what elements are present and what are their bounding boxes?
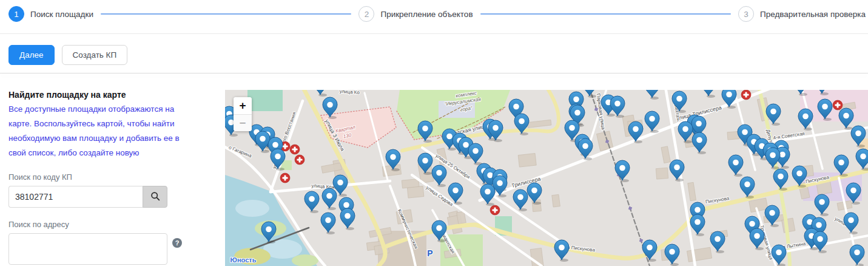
stepper-connector: [101, 13, 351, 15]
map-red-marker[interactable]: [295, 155, 304, 165]
code-search-label: Поиск по коду КП: [8, 172, 190, 182]
step-2-label: Прикрепление объектов: [380, 10, 473, 19]
zoom-in-button[interactable]: +: [234, 97, 252, 114]
map-building: [518, 153, 536, 167]
map-street-label: Юность: [230, 256, 257, 264]
search-icon: [150, 191, 160, 203]
map-building: [407, 186, 423, 198]
search-sidebar: Найдите площадку на карте Все доступные …: [8, 86, 190, 266]
create-kp-button[interactable]: Создать КП: [62, 45, 128, 65]
sidebar-description: Все доступные площадки отображаются на к…: [8, 102, 188, 160]
zoom-out-button[interactable]: −: [234, 114, 252, 131]
wizard-stepper: 1 Поиск площадки 2 Прикрепление объектов…: [8, 6, 866, 22]
step-3-number: 3: [738, 6, 754, 22]
map-red-marker[interactable]: [490, 205, 500, 215]
map-red-marker[interactable]: [290, 145, 300, 154]
code-search-button[interactable]: [143, 186, 167, 208]
step-2[interactable]: 2 Прикрепление объектов: [358, 6, 473, 22]
sidebar-heading: Найдите площадку на карте: [8, 90, 190, 100]
map-building: [402, 179, 419, 188]
map-red-marker[interactable]: [833, 100, 843, 110]
map-area-water-shallow: [235, 200, 269, 217]
step-1[interactable]: 1 Поиск площадки: [8, 6, 93, 22]
map-zoom-control: + −: [234, 97, 252, 131]
next-button[interactable]: Далее: [8, 45, 55, 65]
map-canvas[interactable]: улица Красного Восстанияо Гагаринаулица …: [225, 90, 868, 266]
step-1-number: 1: [8, 6, 24, 22]
step-3[interactable]: 3 Предварительная проверка: [738, 6, 866, 22]
map-red-marker[interactable]: [741, 90, 751, 100]
divider: [0, 33, 868, 34]
toolbar: Далее Создать КП: [8, 45, 127, 65]
stepper-connector: [480, 13, 731, 15]
step-3-label: Предварительная проверка: [760, 10, 866, 19]
map-building: [552, 194, 560, 207]
step-2-number: 2: [358, 6, 374, 22]
address-search-label: Поиск по адресу: [8, 220, 190, 229]
map-area-sports-field: [247, 90, 283, 111]
map-building: [656, 168, 668, 179]
map-tiles: улица Красного Восстанияо Гагаринаулица …: [225, 90, 868, 266]
divider-shadow: [0, 73, 868, 73]
code-search-input[interactable]: [8, 186, 143, 208]
step-1-label: Поиск площадки: [30, 10, 93, 19]
help-icon[interactable]: ?: [172, 238, 182, 248]
map-street-label: P: [427, 248, 432, 258]
address-search-input[interactable]: [8, 233, 167, 265]
map-red-marker[interactable]: [280, 173, 290, 183]
